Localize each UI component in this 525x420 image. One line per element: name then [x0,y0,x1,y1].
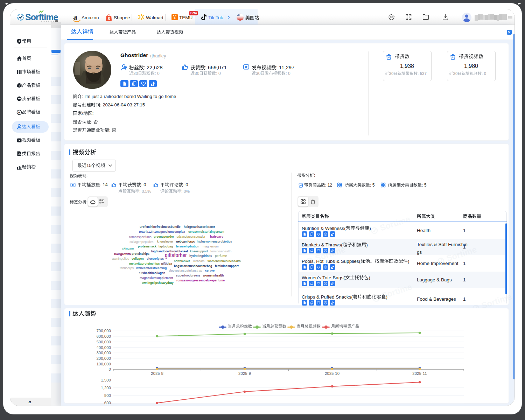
svg-text:R: R [18,111,20,114]
svg-text:S: S [107,16,110,21]
